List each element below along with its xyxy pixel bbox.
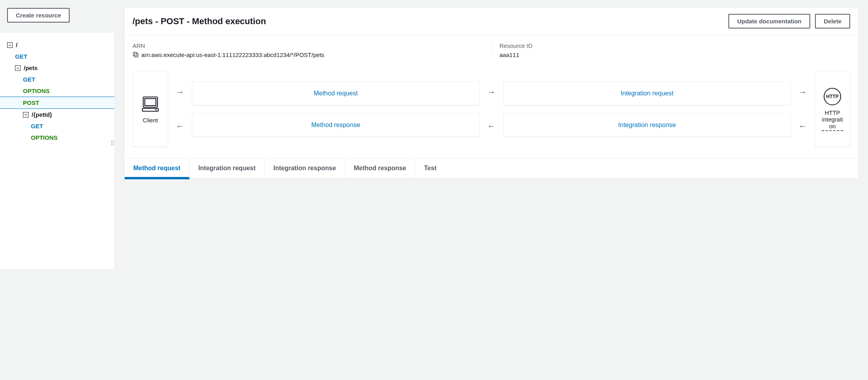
main-content: /pets - POST - Method execution Update d… [115,0,868,269]
resource-id-value: aaa111 [500,51,519,58]
tab-method-request[interactable]: Method request [125,158,190,178]
arrow-left-icon: ← [795,121,811,131]
execution-flow: Client → ← Method request Method respons… [125,65,858,156]
tab-integration-request[interactable]: Integration request [190,158,265,178]
http-integration-label: integrati [822,116,843,123]
client-icon [141,95,160,113]
http-integration-label: HTTP [822,109,843,116]
meta-label: Resource ID [500,42,851,49]
arrow-left-icon: ← [483,121,499,131]
panel-header: /pets - POST - Method execution Update d… [125,8,858,35]
meta-resource-id: Resource ID aaa111 [492,42,859,58]
tree-node-petid[interactable]: − /{petId} [4,109,110,120]
meta-section: ARN arn:aws:execute-api:us-east-1:111122… [125,35,858,65]
tree-label: OPTIONS [31,134,58,141]
resource-tree: − / GET − /pets GET OPTIONS POST − /{p [0,33,114,147]
tree-node-pets[interactable]: − /pets [4,62,110,74]
tree-label: GET [23,76,35,83]
http-integration-label: on [822,123,843,131]
tree-label: /pets [24,65,38,71]
tree-label: / [16,42,17,48]
svg-rect-1 [133,52,137,56]
sidebar-header: Create resource [0,0,114,33]
arn-value: arn:aws:execute-api:us-east-1:1111222233… [141,51,324,58]
meta-label: ARN [133,42,483,49]
tree-method-petid-options[interactable]: OPTIONS [4,132,110,143]
tree-method-pets-options[interactable]: OPTIONS [4,85,110,97]
integration-request-box[interactable]: Integration request [503,82,791,105]
meta-arn: ARN arn:aws:execute-api:us-east-1:111122… [133,42,492,58]
tab-method-response[interactable]: Method response [345,158,415,178]
flow-client-box: Client [133,72,168,147]
tree-label: OPTIONS [23,87,50,94]
method-request-box[interactable]: Method request [192,82,479,105]
arrow-left-icon: ← [172,121,188,131]
collapse-icon: − [23,112,28,118]
delete-button[interactable]: Delete [815,14,850,28]
tree-node-root[interactable]: − / [4,39,110,51]
method-execution-panel: /pets - POST - Method execution Update d… [124,7,859,179]
svg-rect-0 [135,53,138,57]
collapse-icon: − [7,42,13,48]
method-response-box[interactable]: Method response [192,113,479,137]
integration-response-box[interactable]: Integration response [503,113,791,137]
update-documentation-button[interactable]: Update documentation [728,14,810,28]
svg-rect-3 [145,99,156,106]
tab-integration-response[interactable]: Integration response [265,158,345,178]
method-tabs: Method request Integration request Integ… [125,158,858,178]
create-resource-button[interactable]: Create resource [7,8,70,23]
tab-test[interactable]: Test [415,158,445,178]
collapse-icon: − [15,65,21,71]
tree-label: POST [23,99,39,106]
tree-label: /{petId} [32,111,52,118]
tree-method-pets-get[interactable]: GET [4,74,110,85]
client-label: Client [143,117,158,124]
arrow-right-icon: → [483,87,499,97]
arrow-right-icon: → [795,87,811,97]
resource-tree-sidebar: Create resource − / GET − /pets GET OPTI… [0,0,115,269]
tree-label: GET [15,53,27,60]
tree-method-root-get[interactable]: GET [4,51,110,62]
flow-integration-endpoint-box: HTTP HTTP integrati on [815,72,850,147]
copy-icon[interactable] [133,51,139,58]
http-icon: HTTP [824,88,841,105]
page-title: /pets - POST - Method execution [133,16,266,27]
tree-method-petid-get[interactable]: GET [4,120,110,132]
tree-label: GET [31,123,43,129]
svg-rect-5 [155,109,157,110]
sidebar-resize-handle[interactable] [111,141,114,148]
arrow-right-icon: → [172,87,188,97]
tree-method-pets-post[interactable]: POST [0,97,114,109]
